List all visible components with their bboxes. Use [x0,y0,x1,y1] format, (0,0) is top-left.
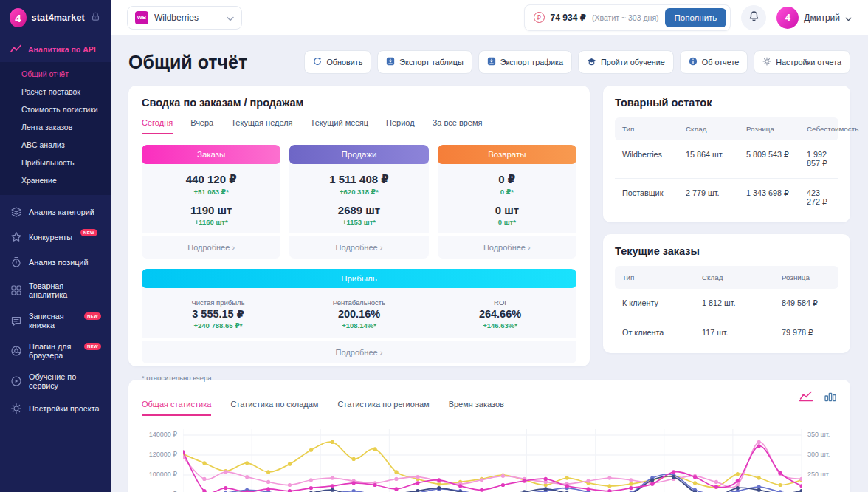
nav-label: Обучение по сервису [29,372,101,390]
refresh-icon [313,57,322,67]
button-label: Об отчете [702,58,739,66]
tab-current-week[interactable]: Текущая неделя [231,118,292,134]
tab-all-time[interactable]: За все время [433,118,483,134]
sidebar: 4 stat4market Аналитика по API Общий отч… [0,0,111,492]
info-icon [689,57,698,67]
logo-text: stat4market [32,13,85,23]
roi-delta: +146.63%* [430,321,571,329]
about-report-button[interactable]: Об отчете [680,50,748,74]
tab-region-stats[interactable]: Статистика по регионам [337,400,429,416]
sidebar-item-pribylnost[interactable]: Прибыльность [0,154,111,171]
footnote: * относительно вчера [142,374,576,382]
layers-icon [10,206,22,219]
sidebar-item-analiz-pozitsiy[interactable]: Анализ позиций [0,250,111,275]
avatar: 4 [776,7,799,29]
bar-chart-icon[interactable] [824,390,837,405]
returns-more-link[interactable]: Подробнее › [438,233,576,259]
sidebar-section-analytics-api[interactable]: Аналитика по API [0,35,111,62]
balance-amount: 74 934 ₽ [551,13,586,23]
sidebar-item-nastroyki-proekta[interactable]: Настройки проекта [0,396,111,421]
sidebar-item-konkurenty[interactable]: Конкуренты NEW [0,225,111,250]
sales-more-link[interactable]: Подробнее › [289,233,428,259]
sidebar-item-lenta-zakazov[interactable]: Лента заказов [0,118,111,136]
orders-card: Заказы 440 120 ₽ +51 083 ₽* 1190 шт +116… [142,145,280,259]
refresh-button[interactable]: Обновить [304,50,371,74]
sidebar-item-analiz-kategoriy[interactable]: Анализ категорий [0,199,111,225]
play-circle-icon [10,375,22,387]
tab-period[interactable]: Период [386,118,415,134]
training-button[interactable]: Пройти обучение [578,50,674,74]
star-icon [10,231,22,244]
notifications-button[interactable] [741,5,766,30]
profit-card: Прибыль Чистая прибыль 3 555.15 ₽ +240 7… [142,269,576,363]
sidebar-section-label: Аналитика по API [28,45,96,54]
net-profit-value: 3 555.15 ₽ [148,308,289,320]
sidebar-item-abc-analiz[interactable]: ABC анализ [0,136,111,154]
roi-label: ROI [430,298,571,307]
gear-icon [10,403,22,415]
profit-more-link[interactable]: Подробнее › [142,338,576,363]
notebook-icon [10,314,22,327]
orders-rub: 440 120 ₽ [148,173,275,186]
page-actions: Обновить Экспорт таблицы Экспорт графика… [304,50,850,74]
download-icon [487,57,496,67]
tab-general-stats[interactable]: Общая статистика [142,400,211,416]
sidebar-item-obuchenie-po-servisu[interactable]: Обучение по сервису [0,366,111,396]
sidebar-item-plagin-dlya-brauzera[interactable]: Плагин для браузера NEW [0,335,111,366]
nav-label: Записная книжка [29,312,76,329]
nav-label: Товарная аналитика [29,281,101,299]
sidebar-item-stoimost-logistiki[interactable]: Стоимость логистики [0,100,111,118]
orders-card-header: Заказы [142,145,280,164]
sidebar-item-tovarnaya-analitika[interactable]: Товарная аналитика [0,275,111,305]
new-badge: NEW [84,312,101,320]
user-menu[interactable]: 4 Дмитрий [776,7,852,29]
sidebar-item-khranenie[interactable]: Хранение [0,171,111,189]
sidebar-nav: Анализ категорий Конкуренты NEW Анализ п… [0,199,111,421]
sales-card: Продажи 1 511 408 ₽ +620 318 ₽* 2689 шт … [289,145,428,259]
tab-order-time[interactable]: Время заказов [449,400,504,416]
ruble-coin-icon: ₽ [534,12,545,23]
statistics-card: Общая статистика Статистика по складам С… [128,380,850,492]
returns-qty-delta: 0 шт* [444,218,571,226]
lock-icon[interactable] [90,11,101,25]
marketplace-select[interactable]: WB Wildberries [127,6,242,30]
report-settings-button[interactable]: Настройки отчета [754,50,850,74]
button-label: Настройки отчета [776,58,841,66]
orders-qty: 1190 шт [148,204,275,216]
tab-yesterday[interactable]: Вчера [190,118,213,134]
tab-current-month[interactable]: Текущий месяц [311,118,369,134]
topup-button[interactable]: Пополнить [665,8,727,27]
page-title: Общий отчёт [128,52,247,73]
nav-label: Анализ категорий [29,208,94,216]
chevron-down-icon [845,11,852,24]
browser-plugin-icon [10,344,22,357]
button-label: Пройти обучение [601,58,665,66]
balance-widget: ₽ 74 934 ₽ (Хватит ~ 303 дня) Пополнить [524,4,731,31]
sidebar-item-obshchiy-otchet[interactable]: Общий отчёт [0,65,111,83]
wildberries-badge-icon: WB [135,11,148,24]
sales-qty-delta: +1153 шт* [295,218,422,226]
roi-value: 264.66% [430,308,571,320]
table-row: От клиента117 шт.79 978 ₽ [615,318,838,347]
stock-title: Товарный остаток [615,97,838,109]
orders-rub-delta: +51 083 ₽* [148,188,275,196]
tab-today[interactable]: Сегодня [142,118,173,134]
sales-rub-delta: +620 318 ₽* [295,188,422,196]
marketplace-name: Wildberries [154,13,199,23]
nav-label: Анализ позиций [29,258,88,267]
line-chart-icon[interactable] [799,390,813,405]
button-label: Обновить [326,58,362,66]
tab-warehouse-stats[interactable]: Статистика по складам [230,400,318,416]
balance-note: (Хватит ~ 303 дня) [592,13,659,22]
margin-delta: +108.14%* [289,321,430,329]
nav-label: Конкуренты [29,233,72,242]
chart-right-axis: 350 шт. 300 шт. 250 шт. 200 шт. [802,426,837,492]
table-row: Wildberries15 864 шт.5 809 543 ₽1 992 85… [615,140,838,179]
nav-label: Настройки проекта [29,404,99,413]
export-table-button[interactable]: Экспорт таблицы [377,50,472,74]
sidebar-item-raschet-postavok[interactable]: Расчёт поставок [0,83,111,100]
export-chart-button[interactable]: Экспорт графика [478,50,572,74]
graduation-cap-icon [587,58,596,67]
sidebar-item-zapisnaya-knizhka[interactable]: Записная книжка NEW [0,305,111,335]
orders-more-link[interactable]: Подробнее › [142,233,280,259]
